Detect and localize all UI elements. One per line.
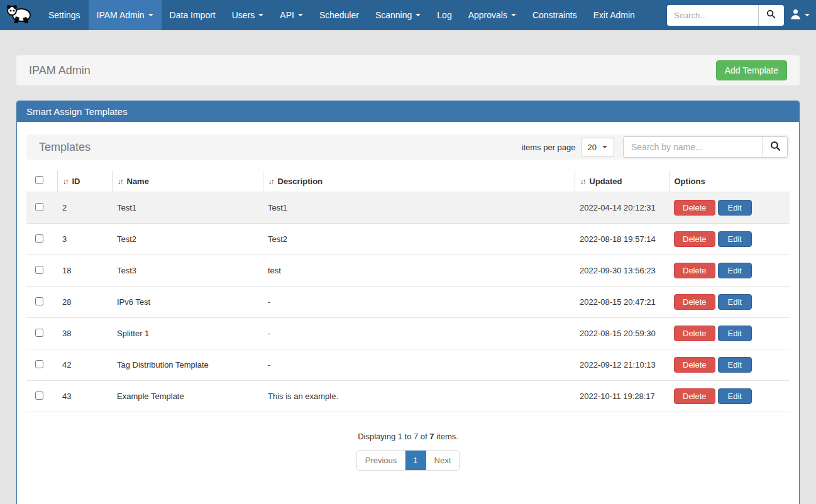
- select-all-checkbox[interactable]: [35, 176, 43, 184]
- search-icon: [766, 9, 776, 21]
- delete-button[interactable]: Delete: [674, 200, 715, 216]
- cell-updated: 2022-09-12 21:10:13: [575, 349, 669, 381]
- sort-icon: ↓↑: [580, 177, 585, 186]
- cell-description: Test2: [263, 224, 575, 255]
- cell-description: Test1: [263, 192, 575, 224]
- edit-button[interactable]: Edit: [718, 326, 752, 341]
- cell-description: This is an example.: [263, 381, 575, 412]
- table-row: 2Test1Test12022-04-14 20:12:31DeleteEdit: [26, 192, 790, 224]
- user-menu[interactable]: [790, 9, 810, 21]
- main-nav: SettingsIPAM AdminData ImportUsersAPISch…: [40, 0, 667, 30]
- items-per-page-select[interactable]: 20: [581, 138, 614, 157]
- cell-name: Example Template: [112, 381, 263, 412]
- page-1-button[interactable]: 1: [405, 451, 426, 470]
- nav-item-constraints[interactable]: Constraints: [524, 0, 585, 30]
- row-checkbox[interactable]: [35, 297, 43, 305]
- previous-page-button[interactable]: Previous: [357, 451, 406, 470]
- cell-options: DeleteEdit: [669, 381, 790, 412]
- row-checkbox[interactable]: [35, 203, 43, 211]
- next-page-button[interactable]: Next: [426, 451, 460, 470]
- user-icon: [790, 9, 801, 21]
- row-select-cell: [26, 224, 57, 255]
- row-select-cell: [26, 318, 57, 349]
- cell-id: 28: [57, 287, 112, 318]
- table-header-row: ↓↑ID ↓↑Name ↓↑Description ↓↑Updated Opti: [26, 170, 790, 192]
- column-header-id[interactable]: ↓↑ID: [57, 170, 112, 192]
- toolbar-controls: items per page 20: [522, 136, 788, 158]
- summary-total: 7: [429, 432, 434, 441]
- nav-item-ipam-admin[interactable]: IPAM Admin: [89, 0, 162, 30]
- cell-description: -: [263, 318, 575, 349]
- cell-description: test: [263, 255, 575, 287]
- add-template-button[interactable]: Add Template: [716, 60, 787, 80]
- navbar-search-input[interactable]: [667, 5, 759, 26]
- delete-button[interactable]: Delete: [674, 231, 715, 247]
- nav-item-api[interactable]: API: [272, 0, 311, 30]
- cell-id: 2: [57, 192, 112, 224]
- column-header-description[interactable]: ↓↑Description: [263, 170, 575, 192]
- edit-button[interactable]: Edit: [718, 357, 752, 373]
- edit-button[interactable]: Edit: [718, 388, 752, 404]
- delete-button[interactable]: Delete: [674, 388, 715, 404]
- chevron-down-icon: [416, 14, 421, 16]
- smart-assign-panel: Smart Assign Templates Templates items p…: [16, 101, 800, 504]
- row-select-cell: [26, 192, 57, 224]
- navbar-search-button[interactable]: [759, 5, 784, 26]
- nav-item-settings[interactable]: Settings: [40, 0, 89, 30]
- delete-button[interactable]: Delete: [674, 357, 715, 373]
- cell-updated: 2022-04-14 20:12:31: [575, 192, 669, 224]
- cell-id: 43: [57, 381, 112, 412]
- edit-button[interactable]: Edit: [718, 200, 752, 216]
- navbar-right: [667, 0, 816, 30]
- page-container: IPAM Admin Add Template Smart Assign Tem…: [16, 55, 800, 504]
- nav-item-label: API: [280, 10, 294, 20]
- row-checkbox[interactable]: [35, 329, 43, 337]
- table-row: 38Splitter 1-2022-08-15 20:59:30DeleteEd…: [26, 318, 790, 349]
- delete-button[interactable]: Delete: [674, 294, 715, 310]
- nav-item-label: Scheduler: [319, 10, 359, 20]
- cell-name: Tag Distribution Template: [112, 349, 263, 381]
- chevron-down-icon: [258, 14, 263, 16]
- summary-suffix: items.: [434, 432, 458, 441]
- select-all-header: [26, 170, 57, 192]
- table-row: 3Test2Test22022-08-18 19:57:14DeleteEdit: [26, 224, 790, 255]
- nav-item-approvals[interactable]: Approvals: [460, 0, 524, 30]
- table-search-input[interactable]: [623, 136, 763, 158]
- cell-name: Test1: [112, 192, 263, 224]
- nav-item-exit-admin[interactable]: Exit Admin: [585, 0, 643, 30]
- row-checkbox[interactable]: [35, 234, 43, 243]
- nav-item-users[interactable]: Users: [224, 0, 272, 30]
- table-search-button[interactable]: [763, 136, 788, 158]
- cell-options: DeleteEdit: [669, 192, 790, 224]
- nav-item-label: Log: [437, 10, 451, 20]
- nav-item-scanning[interactable]: Scanning: [367, 0, 429, 30]
- chevron-down-icon: [511, 14, 516, 16]
- nav-item-scheduler[interactable]: Scheduler: [311, 0, 367, 30]
- chevron-down-icon: [602, 146, 607, 148]
- edit-button[interactable]: Edit: [718, 231, 752, 247]
- cell-options: DeleteEdit: [669, 255, 790, 287]
- nav-item-data-import[interactable]: Data Import: [162, 0, 224, 30]
- edit-button[interactable]: Edit: [718, 263, 752, 278]
- row-checkbox[interactable]: [35, 266, 43, 274]
- chevron-down-icon: [148, 14, 153, 16]
- page-header: IPAM Admin Add Template: [16, 55, 800, 85]
- nav-item-label: Settings: [48, 10, 80, 20]
- delete-button[interactable]: Delete: [674, 326, 715, 341]
- panel-body: Templates items per page 20: [17, 122, 799, 504]
- cell-updated: 2022-10-11 19:28:17: [575, 381, 669, 412]
- cell-options: DeleteEdit: [669, 349, 790, 381]
- column-header-options: Options: [669, 170, 790, 192]
- cell-id: 42: [57, 349, 112, 381]
- row-checkbox[interactable]: [35, 392, 43, 400]
- nav-item-label: IPAM Admin: [97, 10, 145, 20]
- column-header-name[interactable]: ↓↑Name: [112, 170, 263, 192]
- brand-logo[interactable]: [0, 0, 40, 30]
- delete-button[interactable]: Delete: [674, 263, 715, 278]
- nav-item-log[interactable]: Log: [429, 0, 460, 30]
- row-checkbox[interactable]: [35, 360, 43, 368]
- edit-button[interactable]: Edit: [718, 294, 752, 310]
- row-select-cell: [26, 255, 57, 287]
- column-header-updated[interactable]: ↓↑Updated: [575, 170, 669, 192]
- items-per-page-label: items per page: [522, 143, 576, 152]
